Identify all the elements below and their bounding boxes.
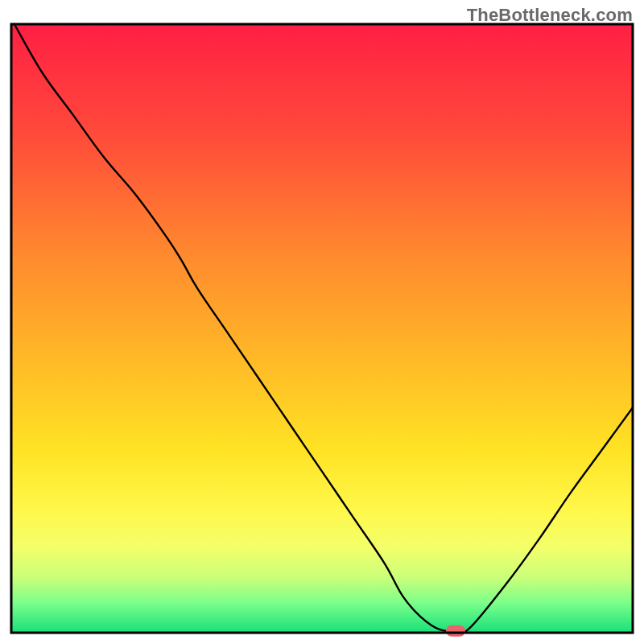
chart-svg [0, 0, 644, 644]
chart-container: TheBottleneck.com [0, 0, 644, 644]
min-marker [446, 625, 465, 637]
chart-gradient-background [11, 24, 633, 633]
